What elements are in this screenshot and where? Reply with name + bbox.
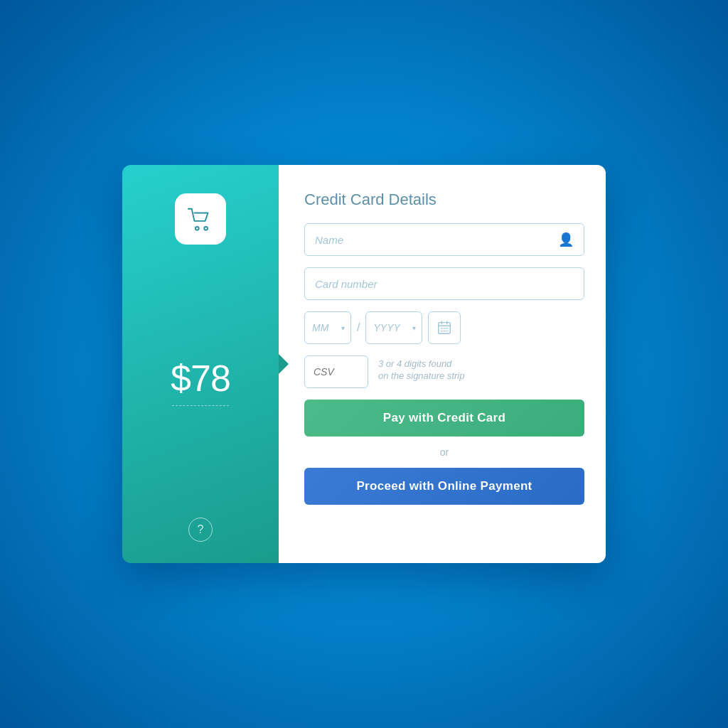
pay-credit-card-button[interactable]: Pay with Credit Card bbox=[304, 400, 584, 437]
cart-icon-wrapper bbox=[175, 193, 226, 245]
cart-icon bbox=[187, 205, 214, 232]
csv-field-wrapper bbox=[304, 355, 368, 388]
year-select-wrapper: YYYY 202420252026 202720282029 2030 ▾ bbox=[365, 311, 422, 344]
price-section: $78 bbox=[171, 357, 230, 406]
year-select[interactable]: YYYY 202420252026 202720282029 2030 bbox=[373, 322, 414, 333]
name-field-wrapper: 👤 bbox=[304, 223, 584, 256]
price-display: $78 bbox=[171, 357, 230, 400]
left-panel: $78 ? bbox=[122, 165, 279, 563]
csv-row: 3 or 4 digits found on the signature str… bbox=[304, 355, 584, 388]
month-select-wrapper: MM 010203 040506 070809 101112 ▾ bbox=[304, 311, 351, 344]
date-separator: / bbox=[357, 321, 360, 334]
csv-input[interactable] bbox=[314, 366, 359, 378]
or-divider: or bbox=[304, 446, 584, 458]
date-row: MM 010203 040506 070809 101112 ▾ / YYYY … bbox=[304, 311, 584, 344]
csv-hint: 3 or 4 digits found on the signature str… bbox=[378, 355, 464, 381]
section-title: Credit Card Details bbox=[304, 191, 584, 209]
help-button[interactable]: ? bbox=[188, 518, 213, 542]
csv-hint-line2: on the signature strip bbox=[378, 370, 464, 381]
month-select[interactable]: MM 010203 040506 070809 101112 bbox=[312, 322, 343, 333]
card-number-input[interactable] bbox=[315, 278, 574, 290]
price-divider bbox=[172, 405, 229, 406]
calendar-icon bbox=[437, 320, 452, 336]
proceed-online-payment-button[interactable]: Proceed with Online Payment bbox=[304, 468, 584, 505]
right-panel: Credit Card Details 👤 MM 010203 040506 0… bbox=[279, 165, 606, 563]
csv-hint-line1: 3 or 4 digits found bbox=[378, 358, 464, 369]
svg-point-1 bbox=[204, 227, 208, 230]
payment-card: $78 ? Credit Card Details 👤 MM 010203 04… bbox=[122, 165, 606, 563]
card-number-field-wrapper bbox=[304, 267, 584, 300]
calendar-button[interactable] bbox=[428, 311, 461, 344]
svg-point-0 bbox=[196, 227, 199, 230]
name-input[interactable] bbox=[315, 234, 558, 246]
user-icon: 👤 bbox=[558, 232, 574, 247]
